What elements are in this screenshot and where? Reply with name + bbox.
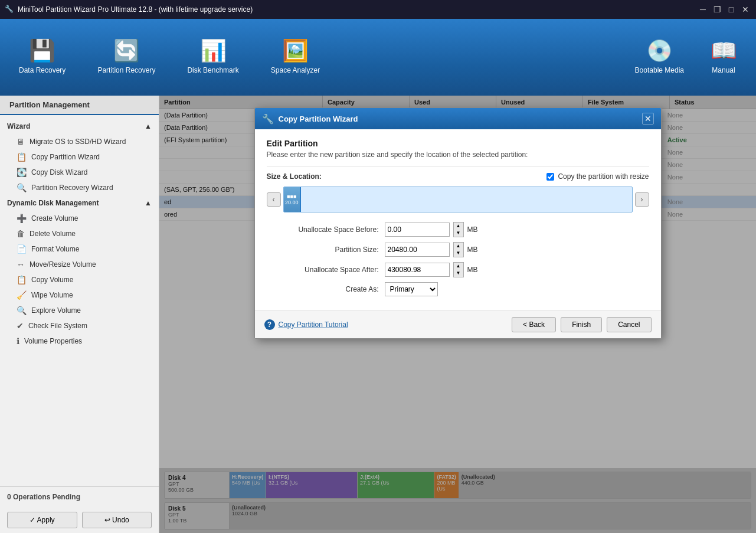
toolbar-disk-benchmark-label: Disk Benchmark bbox=[187, 66, 238, 74]
toolbar-partition-recovery-label: Partition Recovery bbox=[97, 66, 155, 74]
tutorial-icon: ? bbox=[264, 319, 275, 330]
toolbar-space-analyzer-label: Space Analyzer bbox=[271, 66, 320, 74]
spin-up-unallocate-before[interactable]: ▲ bbox=[454, 223, 463, 230]
cancel-button[interactable]: Cancel bbox=[607, 317, 651, 332]
main-toolbar: 💾 Data Recovery 🔄 Partition Recovery 📊 D… bbox=[0, 19, 756, 96]
sidebar-section-wizard[interactable]: Wizard ▲ bbox=[0, 119, 159, 134]
sidebar-item-move-resize-volume[interactable]: ↔ Move/Resize Volume bbox=[0, 257, 159, 272]
dialog-title-bar: 🔧 Copy Partition Wizard ✕ bbox=[255, 108, 661, 129]
toolbar-bootable-media-label: Bootable Media bbox=[635, 66, 684, 74]
sidebar-item-check-filesystem[interactable]: ✔ Check File System bbox=[0, 318, 159, 333]
sidebar-content: Wizard ▲ 🖥 Migrate OS to SSD/HD Wizard 📋… bbox=[0, 115, 159, 486]
toolbar-space-analyzer[interactable]: 🖼️ Space Analyzer bbox=[264, 35, 327, 79]
undo-button[interactable]: ↩ Undo bbox=[82, 512, 152, 528]
format-volume-icon: 📄 bbox=[17, 244, 27, 254]
toolbar-manual-label: Manual bbox=[712, 66, 735, 74]
toolbar-disk-benchmark[interactable]: 📊 Disk Benchmark bbox=[180, 35, 246, 79]
partition-bar-fill[interactable]: ■■■ 20.00 bbox=[284, 187, 302, 212]
app-body: Partition Management Wizard ▲ 🖥 Migrate … bbox=[0, 96, 756, 533]
dialog-footer: ? Copy Partition Tutorial < Back Finish … bbox=[255, 310, 661, 338]
delete-volume-icon: 🗑 bbox=[17, 229, 25, 238]
input-unallocate-before[interactable] bbox=[385, 223, 450, 237]
tutorial-link-text: Copy Partition Tutorial bbox=[279, 321, 348, 329]
app-icon: 🔧 bbox=[5, 5, 14, 14]
data-recovery-icon: 💾 bbox=[29, 40, 55, 61]
wipe-volume-icon: 🧹 bbox=[17, 290, 27, 300]
form-label-unallocate-before: Unallocate Space Before: bbox=[267, 225, 385, 234]
spin-up-partition-size[interactable]: ▲ bbox=[454, 243, 463, 250]
manual-icon: 📖 bbox=[711, 40, 737, 61]
spin-down-unallocate-before[interactable]: ▼ bbox=[454, 230, 463, 237]
form-input-group-unallocate-after: ▲ ▼ MB bbox=[385, 262, 478, 277]
sidebar-item-create-volume[interactable]: ➕ Create Volume bbox=[0, 211, 159, 226]
sidebar-item-volume-properties[interactable]: ℹ Volume Properties bbox=[0, 333, 159, 349]
back-button[interactable]: < Back bbox=[512, 317, 556, 332]
dialog-title-icon: 🔧 bbox=[262, 113, 274, 125]
partition-recovery-icon: 🔄 bbox=[113, 40, 140, 61]
pbar-right-arrow[interactable]: › bbox=[635, 192, 649, 207]
operations-pending: 0 Operations Pending bbox=[0, 486, 159, 507]
sidebar-tab[interactable]: Partition Management bbox=[0, 96, 159, 115]
form-row-unallocate-after: Unallocate Space After: ▲ ▼ MB bbox=[267, 262, 649, 277]
dialog-divider bbox=[267, 166, 649, 166]
form-input-group-create-as: Primary Logical Extended bbox=[385, 282, 438, 296]
maximize2-button[interactable]: □ bbox=[725, 4, 737, 15]
disk-benchmark-icon: 📊 bbox=[200, 40, 227, 61]
partition-bar-container: ‹ ■■■ 20.00 › bbox=[267, 187, 649, 212]
pbar-left-arrow[interactable]: ‹ bbox=[267, 192, 281, 207]
unit-unallocate-after: MB bbox=[467, 266, 478, 274]
partition-bar-fill-size: 20.00 bbox=[285, 200, 299, 205]
minimize-button[interactable]: ─ bbox=[697, 4, 709, 15]
toolbar-data-recovery[interactable]: 💾 Data Recovery bbox=[12, 35, 73, 79]
input-partition-size[interactable] bbox=[385, 243, 450, 257]
size-location-row: Size & Location: Copy the partition with… bbox=[267, 172, 649, 181]
input-unallocate-after[interactable] bbox=[385, 263, 450, 277]
toolbar-partition-recovery[interactable]: 🔄 Partition Recovery bbox=[90, 35, 162, 79]
spin-down-partition-size[interactable]: ▼ bbox=[454, 250, 463, 257]
migrate-os-icon: 🖥 bbox=[17, 137, 25, 146]
sidebar-item-format-volume[interactable]: 📄 Format Volume bbox=[0, 241, 159, 257]
sidebar-item-partition-recovery[interactable]: 🔍 Partition Recovery Wizard bbox=[0, 180, 159, 195]
form-label-unallocate-after: Unallocate Space After: bbox=[267, 266, 385, 274]
bootable-media-icon: 💿 bbox=[646, 40, 673, 61]
copy-resize-checkbox[interactable] bbox=[546, 173, 554, 181]
copy-volume-icon: 📋 bbox=[17, 275, 27, 285]
form-label-partition-size: Partition Size: bbox=[267, 246, 385, 254]
partition-recovery-wiz-icon: 🔍 bbox=[17, 183, 27, 192]
toolbar-manual[interactable]: 📖 Manual bbox=[703, 35, 744, 79]
toolbar-bootable-media[interactable]: 💿 Bootable Media bbox=[628, 35, 691, 79]
check-filesystem-icon: ✔ bbox=[17, 321, 24, 331]
apply-button[interactable]: ✓ Apply bbox=[7, 512, 77, 528]
sidebar-item-copy-volume[interactable]: 📋 Copy Volume bbox=[0, 272, 159, 287]
title-bar: 🔧 MiniTool Partition Wizard Pro Ultimate… bbox=[0, 0, 756, 19]
sidebar-item-delete-volume[interactable]: 🗑 Delete Volume bbox=[0, 226, 159, 241]
sidebar-item-wipe-volume[interactable]: 🧹 Wipe Volume bbox=[0, 287, 159, 303]
toolbar-data-recovery-label: Data Recovery bbox=[19, 66, 66, 74]
select-create-as[interactable]: Primary Logical Extended bbox=[385, 282, 438, 296]
close-button[interactable]: ✕ bbox=[739, 4, 751, 15]
spin-btns-unallocate-before: ▲ ▼ bbox=[453, 222, 464, 237]
finish-button[interactable]: Finish bbox=[561, 317, 602, 332]
volume-properties-icon: ℹ bbox=[17, 336, 19, 346]
sidebar-item-copy-disk[interactable]: 💽 Copy Disk Wizard bbox=[0, 165, 159, 180]
maximize-button[interactable]: ❐ bbox=[711, 4, 723, 15]
form-input-group-partition-size: ▲ ▼ MB bbox=[385, 242, 478, 257]
form-label-create-as: Create As: bbox=[267, 285, 385, 293]
spin-up-unallocate-after[interactable]: ▲ bbox=[454, 263, 463, 270]
form-row-create-as: Create As: Primary Logical Extended bbox=[267, 282, 649, 296]
sidebar-section-dynamic-disk-chevron: ▲ bbox=[145, 199, 152, 207]
sidebar: Partition Management Wizard ▲ 🖥 Migrate … bbox=[0, 96, 159, 533]
toolbar-right: 💿 Bootable Media 📖 Manual bbox=[628, 35, 744, 79]
sidebar-section-dynamic-disk[interactable]: Dynamic Disk Management ▲ bbox=[0, 195, 159, 211]
sidebar-item-migrate-os[interactable]: 🖥 Migrate OS to SSD/HD Wizard bbox=[0, 134, 159, 149]
dialog-close-button[interactable]: ✕ bbox=[642, 113, 654, 125]
unit-partition-size: MB bbox=[467, 246, 478, 254]
sidebar-item-copy-partition[interactable]: 📋 Copy Partition Wizard bbox=[0, 149, 159, 165]
spin-down-unallocate-after[interactable]: ▼ bbox=[454, 270, 463, 277]
copy-resize-check[interactable]: Copy the partition with resize bbox=[546, 172, 649, 181]
sidebar-item-explore-volume[interactable]: 🔍 Explore Volume bbox=[0, 303, 159, 318]
move-resize-volume-icon: ↔ bbox=[17, 260, 25, 269]
dialog-section-desc: Please enter the new partition size and … bbox=[267, 151, 649, 159]
tutorial-link[interactable]: ? Copy Partition Tutorial bbox=[264, 319, 512, 330]
form-row-partition-size: Partition Size: ▲ ▼ MB bbox=[267, 242, 649, 257]
